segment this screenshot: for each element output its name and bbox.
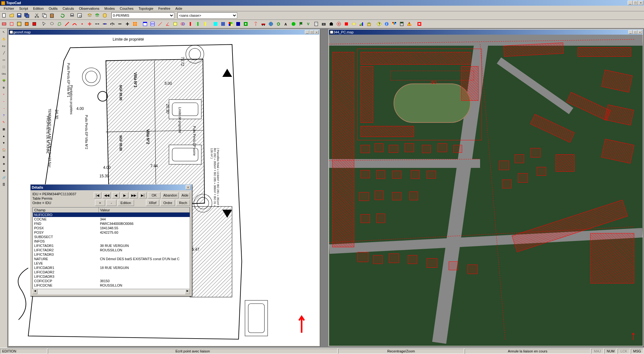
table-row[interactable]: INFOS	[33, 239, 190, 243]
table-row[interactable]: LIFICDADR3	[33, 274, 190, 279]
measure-icon[interactable]	[157, 20, 164, 27]
menu-script[interactable]: Script	[17, 6, 31, 11]
table-row[interactable]: SUBDSECT	[33, 235, 190, 239]
vtool-rect-icon[interactable]: ▭	[1, 57, 7, 63]
edition-button[interactable]: Edition	[118, 200, 134, 206]
vtool-sym1-icon[interactable]: ◉	[1, 154, 7, 160]
join-icon[interactable]	[101, 20, 108, 27]
aide-button[interactable]: Aide	[180, 192, 190, 198]
table-row[interactable]: LEVE	[33, 261, 190, 266]
scroll-right-button[interactable]: ▶	[185, 289, 190, 294]
print-icon[interactable]	[69, 12, 76, 19]
refresh-icon[interactable]	[275, 20, 282, 27]
color-plus-icon[interactable]	[242, 20, 249, 27]
telecom-icon[interactable]	[252, 20, 259, 27]
table-row[interactable]: LIFICDCNEROUSSILLON	[33, 283, 190, 288]
table-row[interactable]: FNDPARC344000BO0066	[33, 221, 190, 226]
plus-icon[interactable]	[124, 20, 131, 27]
exit-icon[interactable]	[416, 20, 423, 27]
vtool-home-icon[interactable]: 🏠	[1, 147, 7, 153]
vtool-plus-red-icon[interactable]: +	[1, 91, 7, 98]
child-min-button[interactable]: _	[305, 30, 309, 34]
v-icon[interactable]: V	[305, 20, 312, 27]
angle-icon[interactable]	[164, 20, 171, 27]
child-max-button[interactable]: □	[633, 30, 637, 34]
layer-select[interactable]: 0-PERMIS	[111, 12, 174, 19]
table-row[interactable]: COCNE344	[33, 217, 190, 221]
minimize-button[interactable]: _	[628, 1, 633, 5]
info-icon[interactable]: i	[383, 20, 390, 27]
scroll-left-button[interactable]: ◀	[32, 289, 37, 294]
vtool-line2-icon[interactable]: ╱	[1, 50, 7, 56]
col-champ[interactable]: Champ	[33, 208, 99, 213]
abandon-button[interactable]: Abandon	[162, 192, 179, 198]
nav-next-button[interactable]: ▶	[121, 192, 128, 198]
table-row[interactable]: LIFICDADR2	[33, 270, 190, 274]
col-valeur[interactable]: Valeur	[99, 208, 190, 213]
color-multi-icon[interactable]	[227, 20, 234, 27]
dialog-close-button[interactable]: ×	[186, 185, 191, 190]
vtool-up-icon[interactable]: ▲	[1, 133, 7, 139]
save-icon[interactable]	[16, 12, 23, 19]
menu-calculs[interactable]: Calculs	[60, 6, 76, 11]
color-blue2-icon[interactable]	[235, 20, 242, 27]
balance-icon[interactable]	[109, 20, 116, 27]
plus-button[interactable]: +	[95, 200, 105, 206]
menu-modes[interactable]: Modes	[102, 6, 117, 11]
snap-icon[interactable]	[86, 20, 93, 27]
ok-button[interactable]: OK	[148, 192, 160, 198]
paste-icon[interactable]	[48, 12, 55, 19]
xref-button[interactable]: XRef	[146, 200, 159, 206]
polygon-icon[interactable]	[56, 20, 63, 27]
grid-scrollbar-h[interactable]: ◀ ▶	[32, 289, 190, 294]
break-icon[interactable]	[94, 20, 101, 27]
vtool-tree-icon[interactable]: 🌳	[1, 77, 7, 84]
menu-couches[interactable]: Couches	[117, 6, 136, 11]
calc-icon[interactable]	[398, 20, 405, 27]
nav-next2-button[interactable]: ▶▶	[130, 192, 138, 198]
cut-icon[interactable]	[33, 12, 40, 19]
ordre-button[interactable]: Ordre	[160, 200, 175, 206]
vtool-db-icon[interactable]: 🗄	[1, 181, 7, 188]
close-button[interactable]: ×	[638, 1, 643, 5]
table-row[interactable]: NUFICCRO	[33, 213, 190, 217]
menu-edition[interactable]: Edition	[31, 6, 46, 11]
vtool-sym2-icon[interactable]: ◈	[1, 161, 7, 167]
point-icon[interactable]	[79, 20, 86, 27]
layers-icon[interactable]	[86, 12, 93, 19]
nav-first-button[interactable]: |◀	[94, 192, 101, 198]
vtool-sym3-icon[interactable]: ◆	[1, 168, 7, 174]
table-row[interactable]: POSY4242275.60	[33, 230, 190, 235]
vtool-q-icon[interactable]: ?	[1, 112, 7, 118]
film-icon[interactable]	[328, 20, 335, 27]
maximize-button[interactable]: □	[633, 1, 638, 5]
menu-outils[interactable]: Outils	[46, 6, 60, 11]
layers2-icon[interactable]	[94, 12, 101, 19]
lasso-icon[interactable]	[48, 20, 55, 27]
area-icon[interactable]	[172, 20, 179, 27]
grid-orange-icon[interactable]	[132, 20, 138, 27]
child-close-button[interactable]: ×	[638, 30, 642, 34]
vtool-edit-icon[interactable]: ✎	[1, 119, 7, 125]
save-all-icon[interactable]	[23, 12, 30, 19]
vtool-text-ecr-icon[interactable]: Ecr	[1, 43, 7, 49]
tool-1-icon[interactable]	[1, 20, 8, 27]
table-row[interactable]: LIFICTADR3	[33, 252, 190, 257]
minus-icon[interactable]	[116, 20, 123, 27]
new-icon[interactable]	[1, 12, 8, 19]
open-icon[interactable]	[8, 12, 15, 19]
vtool-dashrect-icon[interactable]: ⬚	[1, 64, 7, 70]
marker-green-icon[interactable]	[194, 20, 201, 27]
vtool-arrow-red-icon[interactable]: →	[1, 105, 7, 111]
aerial-canvas[interactable]: BO ↑	[329, 35, 643, 346]
tool-2-icon[interactable]	[8, 20, 15, 27]
table-row[interactable]: LIFICTADR138 RUE VERGUIN	[33, 243, 190, 248]
child-min-button[interactable]: _	[628, 30, 633, 34]
tool-5-icon[interactable]	[31, 20, 38, 27]
table-row[interactable]: POSX1841348.55	[33, 226, 190, 230]
marker-red-icon[interactable]	[187, 20, 194, 27]
menu-topologie[interactable]: Topologie	[136, 6, 156, 11]
help-icon[interactable]: ?	[376, 20, 383, 27]
flag-icon[interactable]	[298, 20, 305, 27]
color-cyan-icon[interactable]	[212, 20, 219, 27]
